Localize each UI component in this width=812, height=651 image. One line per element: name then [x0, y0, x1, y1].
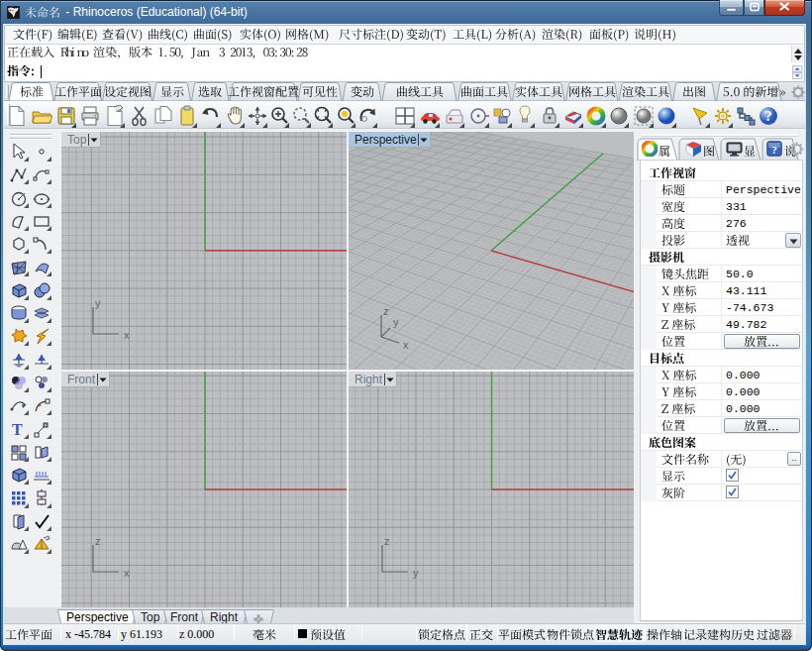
svg-text:y: y [393, 316, 399, 328]
svg-text:z: z [384, 535, 390, 547]
svg-text:x: x [124, 567, 130, 579]
svg-text:y: y [413, 567, 419, 579]
svg-text:x: x [124, 329, 130, 341]
svg-text:z: z [383, 305, 389, 317]
svg-text:z: z [95, 535, 101, 547]
svg-text:x: x [403, 339, 409, 351]
svg-text:?: ? [765, 109, 772, 124]
svg-text:?: ? [771, 144, 777, 156]
svg-text:T: T [12, 421, 23, 438]
svg-text:y: y [95, 297, 101, 309]
